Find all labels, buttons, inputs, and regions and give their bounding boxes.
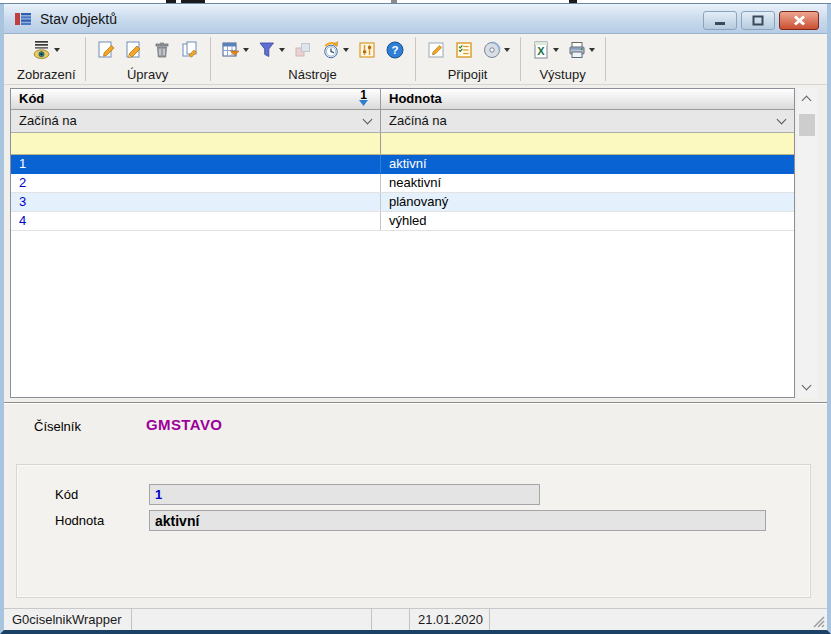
search-hodnota-input[interactable] — [381, 133, 794, 154]
svg-text:?: ? — [391, 44, 398, 56]
table-row[interactable]: 4výhled — [11, 212, 794, 231]
scroll-down-icon[interactable] — [802, 381, 812, 391]
refresh-icon — [321, 40, 341, 60]
window-controls — [703, 11, 819, 30]
column-header-label: Hodnota — [389, 91, 442, 106]
print-button[interactable] — [566, 39, 596, 61]
edit-record-button[interactable] — [123, 39, 145, 61]
kod-field-label: Kód — [55, 487, 78, 502]
checklist-button[interactable] — [453, 39, 475, 61]
table-row[interactable]: 1aktivní — [11, 155, 794, 174]
toolbar: Zobrazení — [4, 34, 827, 85]
window-title: Stav objektů — [40, 11, 117, 27]
dropdown-caret-icon — [504, 48, 510, 52]
toolbar-group-zobrazeni: Zobrazení — [8, 34, 85, 84]
row-hodnota-cell[interactable]: aktivní — [381, 155, 794, 173]
filter-operator-label: Začíná na — [19, 113, 77, 128]
media-icon — [482, 40, 502, 60]
toolbar-separator — [605, 37, 606, 81]
sort-indicator[interactable]: 1 — [359, 90, 368, 106]
delete-record-icon — [152, 40, 172, 60]
grid-header-row: Kód 1 Hodnota — [11, 89, 794, 110]
dropdown-caret-icon — [343, 48, 349, 52]
row-kod-cell[interactable]: 4 — [11, 212, 381, 230]
kod-field[interactable] — [149, 484, 540, 505]
row-kod-cell[interactable]: 2 — [11, 174, 381, 192]
dropdown-caret-icon — [589, 48, 595, 52]
toolbar-group-label: Nástroje — [220, 66, 406, 82]
vertical-scrollbar[interactable] — [797, 88, 817, 398]
scroll-up-icon[interactable] — [802, 96, 812, 106]
search-cell-hodnota — [381, 133, 794, 154]
dropdown-caret-icon — [243, 48, 249, 52]
close-icon — [793, 15, 806, 26]
media-button[interactable] — [481, 39, 511, 61]
toolbar-group-nastroje: ? Nástroje — [211, 34, 415, 84]
filter-button[interactable] — [256, 39, 286, 61]
toolbar-group-label: Připojit — [425, 66, 511, 82]
detail-panel: Číselník GMSTAVO Kód Hodnota — [4, 402, 827, 608]
copy-record-icon — [180, 40, 200, 60]
app-window: Stav objektů — [0, 4, 831, 634]
refresh-button[interactable] — [320, 39, 350, 61]
parameters-button[interactable] — [356, 39, 378, 61]
resize-grip[interactable] — [812, 615, 825, 628]
filter-operator-label: Začíná na — [389, 113, 447, 128]
excel-export-icon: X — [531, 40, 551, 60]
delete-record-button[interactable] — [151, 39, 173, 61]
table-settings-button[interactable] — [220, 39, 250, 61]
copy-record-button[interactable] — [179, 39, 201, 61]
edit-record-icon — [124, 40, 144, 60]
titlebar[interactable]: Stav objektů — [4, 4, 827, 34]
row-hodnota-cell[interactable]: plánovaný — [381, 193, 794, 211]
table-row[interactable]: 2neaktivní — [11, 174, 794, 193]
table-row[interactable]: 3plánovaný — [11, 193, 794, 212]
row-hodnota-cell[interactable]: výhled — [381, 212, 794, 230]
link-icon — [293, 40, 313, 60]
row-hodnota-cell[interactable]: neaktivní — [381, 174, 794, 192]
view-menu-button[interactable] — [31, 39, 61, 61]
sort-desc-arrow-icon — [359, 100, 368, 106]
filter-combo-hodnota[interactable]: Začíná na — [381, 110, 794, 132]
column-header-hodnota[interactable]: Hodnota — [381, 89, 794, 109]
view-eye-icon — [32, 40, 52, 60]
ciselnik-value: GMSTAVO — [146, 416, 222, 433]
checklist-icon — [454, 40, 474, 60]
dropdown-caret-icon — [54, 48, 60, 52]
help-icon: ? — [385, 40, 405, 60]
minimize-icon — [714, 16, 726, 26]
app-icon — [14, 11, 32, 27]
toolbar-group-pripojit: Připojit — [416, 34, 520, 84]
records-grid: Kód 1 Hodnota Začíná na Začíná na — [10, 88, 795, 398]
help-button[interactable]: ? — [384, 39, 406, 61]
maximize-icon — [752, 15, 764, 26]
column-header-label: Kód — [19, 91, 44, 106]
search-kod-input[interactable] — [11, 133, 380, 154]
row-kod-cell[interactable]: 1 — [11, 155, 381, 173]
close-button[interactable] — [779, 11, 819, 30]
excel-export-button[interactable]: X — [530, 39, 560, 61]
minimize-button[interactable] — [703, 11, 737, 30]
dropdown-caret-icon — [553, 48, 559, 52]
note-edit-button[interactable] — [425, 39, 447, 61]
column-header-kod[interactable]: Kód 1 — [11, 89, 381, 109]
new-record-button[interactable] — [95, 39, 117, 61]
statusbar-cell: G0ciselnikWrapper — [4, 609, 132, 630]
toolbar-group-vystupy: X Výstupy — [521, 34, 605, 84]
ciselnik-label: Číselník — [34, 419, 81, 434]
svg-text:X: X — [537, 45, 545, 57]
table-settings-icon — [221, 40, 241, 60]
toolbar-group-upravy: Úpravy — [86, 34, 210, 84]
scrollbar-thumb[interactable] — [799, 114, 815, 136]
statusbar-cell — [490, 609, 827, 630]
toolbar-group-label: Úpravy — [95, 66, 201, 82]
link-button[interactable] — [292, 39, 314, 61]
filter-combo-kod[interactable]: Začíná na — [11, 110, 381, 132]
toolbar-group-label: Zobrazení — [17, 66, 76, 82]
hodnota-field[interactable] — [149, 510, 766, 531]
row-kod-cell[interactable]: 3 — [11, 193, 381, 211]
chevron-down-icon — [777, 115, 787, 125]
maximize-button[interactable] — [741, 11, 775, 30]
print-icon — [567, 40, 587, 60]
dropdown-caret-icon — [279, 48, 285, 52]
